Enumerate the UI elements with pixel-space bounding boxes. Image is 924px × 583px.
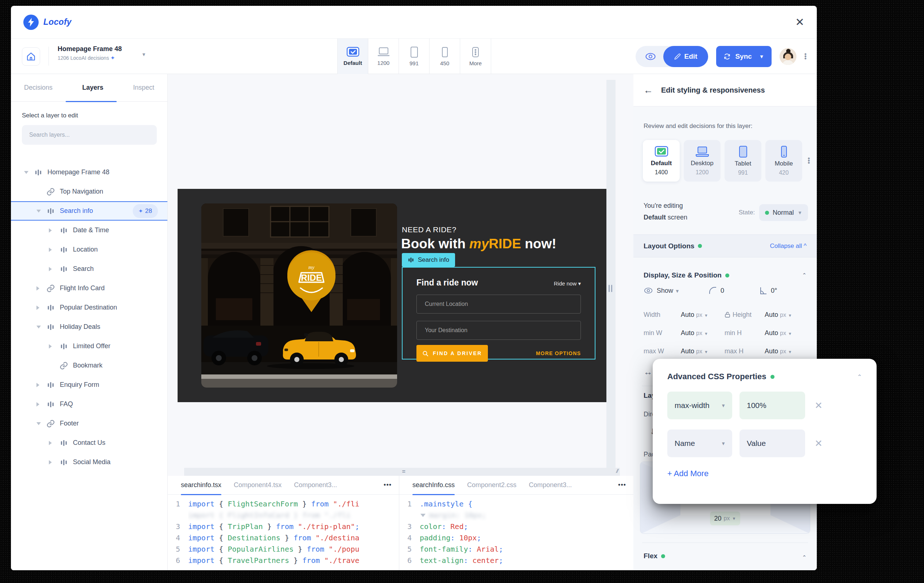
padding-bottom-field[interactable]: 20 px ▼ [710, 512, 741, 525]
screen-card-desktop[interactable]: Desktop 1200 [684, 140, 721, 182]
search-layers-input[interactable] [22, 125, 157, 145]
panel-resize-strip[interactable]: = // [184, 468, 620, 476]
caret-down-icon[interactable] [36, 325, 41, 329]
tab-inspect[interactable]: Inspect [131, 84, 157, 91]
breakpoint-991[interactable]: 991 [399, 39, 429, 74]
minw-value[interactable]: Auto px ▼ [681, 329, 724, 337]
tab-component2-css[interactable]: Component2.css [467, 476, 516, 495]
css-code-lines[interactable]: 1.mainstyle {margin: 10px;3color: Red;4p… [399, 495, 634, 566]
layer-search-info[interactable]: Search info ✦28 [11, 201, 167, 221]
caret-right-icon[interactable] [36, 383, 40, 387]
radius-value[interactable]: 0 [721, 287, 724, 295]
state-select[interactable]: Normal ▼ [759, 204, 808, 221]
sync-button[interactable]: Sync ▼ [716, 46, 771, 67]
caret-right-icon[interactable] [36, 402, 40, 406]
height-value[interactable]: Auto px ▼ [765, 311, 808, 319]
collapse-all-link[interactable]: Collapse all ^ [770, 243, 807, 250]
minh-value[interactable]: Auto px ▼ [765, 329, 808, 337]
tsx-code-lines[interactable]: 1import { FlightSearchForm } from "./fli… [168, 495, 399, 566]
layer-faq[interactable]: FAQ [11, 395, 167, 414]
canvas-scrollbar[interactable] [606, 80, 615, 468]
find-a-driver-button[interactable]: FIND A DRIVER [416, 345, 488, 362]
sync-chevron-down-icon[interactable]: ▼ [759, 54, 764, 59]
layer-popular-destination[interactable]: Popular Destination [11, 298, 167, 317]
preview-eye-icon[interactable] [645, 53, 656, 61]
scrollbar-handle-icon[interactable] [609, 285, 612, 292]
caret-down-icon[interactable] [36, 210, 41, 213]
corner-resize-grip-icon[interactable]: // [616, 468, 618, 474]
add-more-link[interactable]: + Add More [667, 469, 862, 478]
breakpoint-default[interactable]: Default [338, 39, 368, 74]
user-menu-kebab-icon[interactable]: ••• [804, 53, 807, 60]
breakpoint-more[interactable]: More [460, 39, 491, 74]
layer-social-media[interactable]: Social Media [11, 453, 167, 472]
layer-top-navigation[interactable]: Top Navigation [11, 182, 167, 201]
screen-card-tablet[interactable]: Tablet 991 [724, 140, 761, 182]
current-location-input[interactable]: Current Location [416, 295, 581, 314]
property-value-input[interactable]: 100% [739, 391, 805, 419]
layer-holiday-deals[interactable]: Holiday Deals [11, 317, 167, 337]
maxh-value[interactable]: Auto px ▼ [765, 347, 808, 355]
remove-property-icon[interactable]: ✕ [815, 400, 823, 411]
screens-kebab-icon[interactable]: ••• [808, 157, 810, 164]
ride-now-dropdown[interactable]: Ride now ▾ [554, 281, 581, 287]
caret-right-icon[interactable] [49, 344, 52, 348]
home-button[interactable] [22, 47, 40, 66]
edit-button[interactable]: Edit [663, 46, 708, 67]
layer-bookmark[interactable]: Bookmark [11, 356, 167, 375]
layer-contact-us[interactable]: Contact Us [11, 433, 167, 453]
property-value-input[interactable]: Value [739, 429, 805, 457]
caret-right-icon[interactable] [49, 460, 52, 464]
breakpoint-450[interactable]: 450 [429, 39, 460, 74]
close-icon[interactable]: ✕ [795, 17, 804, 28]
more-options-link[interactable]: MORE OPTIONS [536, 350, 581, 356]
caret-right-icon[interactable] [49, 248, 52, 252]
caret-down-icon[interactable] [36, 422, 41, 425]
layout-options-bar[interactable]: Layout Options Collapse all ^ [634, 235, 817, 258]
screen-card-default[interactable]: Default 1400 [643, 140, 680, 182]
selection-outline[interactable]: Find a ride now Ride now ▾ Current Locat… [402, 267, 596, 360]
property-name-select[interactable]: max-width▼ [667, 391, 732, 419]
layer-footer[interactable]: Footer [11, 414, 167, 433]
layer-date-time[interactable]: Date & Time [11, 221, 167, 240]
dsp-collapse-chevron-icon[interactable]: ⌃ [802, 272, 807, 279]
property-name-select[interactable]: Name▼ [667, 429, 732, 457]
caret-down-icon[interactable] [24, 171, 28, 174]
user-avatar[interactable] [780, 48, 796, 65]
layer-location[interactable]: Location [11, 240, 167, 259]
layer-enquiry-form[interactable]: Enquiry Form [11, 375, 167, 395]
flex-collapse-chevron-icon[interactable]: ⌃ [802, 554, 807, 561]
tab-component4-tsx[interactable]: Component4.tsx [234, 476, 282, 495]
layer-search[interactable]: Search [11, 259, 167, 279]
tabs-overflow-icon[interactable]: ••• [384, 481, 392, 489]
tabs-overflow-icon[interactable]: ••• [618, 481, 626, 489]
project-chevron-down-icon[interactable]: ▼ [142, 52, 146, 57]
angle-value[interactable]: 0° [771, 287, 777, 295]
caret-right-icon[interactable] [49, 441, 52, 445]
caret-right-icon[interactable] [36, 286, 40, 291]
tab-component3-css[interactable]: Component3... [529, 476, 572, 495]
tab-searchinfo-tsx[interactable]: searchinfo.tsx [181, 476, 221, 495]
screen-card-mobile[interactable]: Mobile 420 [766, 140, 802, 182]
popup-collapse-chevron-icon[interactable]: ⌃ [857, 373, 862, 380]
caret-right-icon[interactable] [49, 267, 52, 271]
resize-handle-icon[interactable]: = [402, 469, 406, 475]
tab-searchinfo-css[interactable]: searchInfo.css [412, 476, 455, 495]
tab-layers[interactable]: Layers [80, 84, 106, 91]
back-arrow-icon[interactable]: ← [644, 84, 653, 96]
layer-flight-info-card[interactable]: Flight Info Card [11, 279, 167, 298]
caret-right-icon[interactable] [49, 228, 52, 233]
destination-input[interactable]: Your Destination [416, 321, 581, 340]
width-value[interactable]: Auto px ▼ [681, 311, 724, 319]
tab-decisions[interactable]: Decisions [22, 84, 55, 91]
layer-bars-icon [33, 168, 43, 177]
breakpoint-1200[interactable]: 1200 [368, 39, 399, 74]
remove-property-icon[interactable]: ✕ [815, 438, 823, 449]
maxw-value[interactable]: Auto px ▼ [681, 347, 724, 355]
layer-homepage-frame-48[interactable]: Homepage Frame 48 [11, 163, 167, 182]
search-info-layer-chip[interactable]: Search info [402, 253, 455, 267]
caret-right-icon[interactable] [36, 306, 40, 310]
show-select[interactable]: Show ▼ [657, 287, 680, 295]
layer-limited-offer[interactable]: Limited Offer [11, 337, 167, 356]
tab-component3-tsx[interactable]: Component3... [294, 476, 337, 495]
